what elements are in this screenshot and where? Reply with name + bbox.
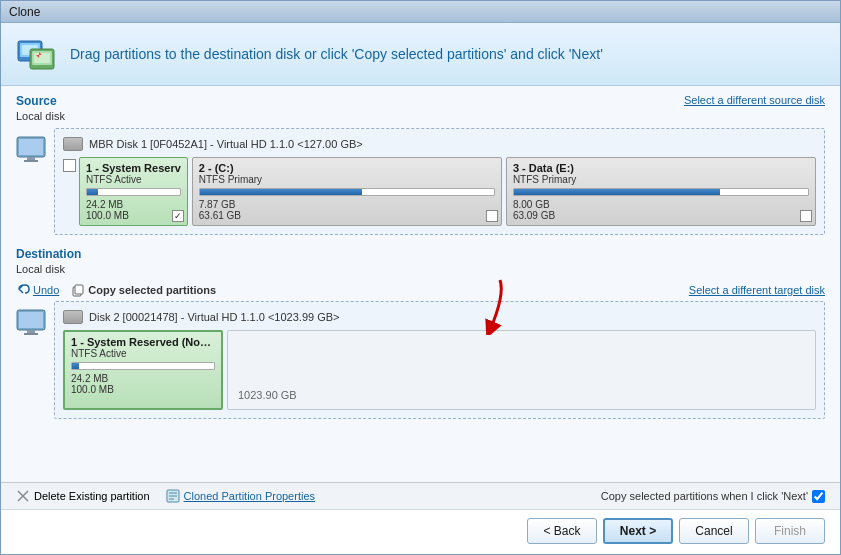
partition2-title: 2 - (C:) bbox=[199, 162, 495, 174]
partition2-bar bbox=[200, 189, 362, 195]
copy-btn-container: Copy selected partitions bbox=[71, 283, 216, 297]
footer-right: Copy selected partitions when I click 'N… bbox=[601, 490, 825, 503]
next-button[interactable]: Next > bbox=[603, 518, 673, 544]
dest-toolbar-row: Undo Copy selected partitions Select a d… bbox=[16, 283, 825, 297]
partition1-check[interactable] bbox=[172, 210, 184, 222]
copy-on-next-label: Copy selected partitions when I click 'N… bbox=[601, 490, 808, 502]
dest-disk-drive-icon bbox=[63, 310, 83, 324]
source-section: Source Local disk Select a different sou… bbox=[16, 94, 825, 243]
dest-empty-label: 1023.90 GB bbox=[238, 389, 297, 401]
svg-rect-15 bbox=[27, 330, 35, 333]
source-disk-container: MBR Disk 1 [0F0452A1] - Virtual HD 1.1.0… bbox=[54, 128, 825, 235]
dest-partition1-bar-container bbox=[71, 362, 215, 370]
dest-partition1-sizes: 24.2 MB 100.0 MB bbox=[71, 373, 215, 395]
title-bar: Clone bbox=[1, 1, 840, 23]
source-sublabel: Local disk bbox=[16, 110, 65, 122]
header-text: Drag partitions to the destination disk … bbox=[70, 46, 603, 62]
svg-rect-14 bbox=[19, 312, 43, 328]
properties-icon bbox=[166, 489, 180, 503]
select-dest-link[interactable]: Select a different target disk bbox=[689, 284, 825, 296]
finish-button[interactable]: Finish bbox=[755, 518, 825, 544]
partition1-wrapper: 1 - System Reserv NTFS Active 24.2 MB 10… bbox=[63, 157, 188, 226]
svg-rect-12 bbox=[75, 285, 83, 294]
partition-card-2[interactable]: 2 - (C:) NTFS Primary 7.87 GB 63.61 GB bbox=[192, 157, 502, 226]
disk-drive-icon bbox=[63, 137, 83, 151]
dest-partition1-title: 1 - System Reserved (None) bbox=[71, 336, 215, 348]
dest-sublabel: Local disk bbox=[16, 263, 81, 275]
main-content: Source Local disk Select a different sou… bbox=[1, 86, 840, 482]
cancel-button[interactable]: Cancel bbox=[679, 518, 749, 544]
partition1-checkbox[interactable] bbox=[63, 159, 76, 172]
source-partitions-row: 1 - System Reserv NTFS Active 24.2 MB 10… bbox=[63, 157, 816, 226]
partition3-bar-container bbox=[513, 188, 809, 196]
destination-section: Destination Local disk Undo bbox=[16, 247, 825, 427]
copy-on-next-checkbox[interactable] bbox=[812, 490, 825, 503]
dest-partition-card-1[interactable]: 1 - System Reserved (None) NTFS Active 2… bbox=[63, 330, 223, 410]
partition1-sizes: 24.2 MB 100.0 MB bbox=[86, 199, 181, 221]
source-disk-row: MBR Disk 1 [0F0452A1] - Virtual HD 1.1.0… bbox=[16, 128, 825, 243]
main-window: Clone Drag partitions to the destination… bbox=[0, 0, 841, 555]
dest-disk-row: Disk 2 [00021478] - Virtual HD 1.1.0 <10… bbox=[16, 301, 825, 427]
svg-rect-10 bbox=[24, 160, 38, 162]
partition1-type: NTFS Active bbox=[86, 174, 181, 185]
dest-label: Destination bbox=[16, 247, 81, 261]
partition3-bar bbox=[514, 189, 720, 195]
partition1-title: 1 - System Reserv bbox=[86, 162, 181, 174]
dest-toolbar-left: Undo Copy selected partitions bbox=[16, 283, 216, 297]
partition3-type: NTFS Primary bbox=[513, 174, 809, 185]
dest-monitor-icon bbox=[16, 301, 46, 337]
dest-empty-space[interactable]: 1023.90 GB bbox=[227, 330, 816, 410]
svg-rect-9 bbox=[27, 157, 35, 160]
dest-disk-container: Disk 2 [00021478] - Virtual HD 1.1.0 <10… bbox=[54, 301, 825, 419]
partition2-sizes: 7.87 GB 63.61 GB bbox=[199, 199, 495, 221]
back-button[interactable]: < Back bbox=[527, 518, 597, 544]
undo-button[interactable]: Undo bbox=[16, 283, 59, 297]
select-source-link[interactable]: Select a different source disk bbox=[684, 94, 825, 106]
partition-card-1[interactable]: 1 - System Reserv NTFS Active 24.2 MB 10… bbox=[79, 157, 188, 226]
copy-icon bbox=[71, 283, 85, 297]
dest-disk-wrapper: Disk 2 [00021478] - Virtual HD 1.1.0 <10… bbox=[54, 301, 825, 427]
partition2-check[interactable] bbox=[486, 210, 498, 222]
partition1-bar bbox=[87, 189, 98, 195]
svg-rect-16 bbox=[24, 333, 38, 335]
undo-icon bbox=[16, 283, 30, 297]
dest-partitions-row: 1 - System Reserved (None) NTFS Active 2… bbox=[63, 330, 816, 410]
delete-icon bbox=[16, 489, 30, 503]
source-label: Source bbox=[16, 94, 65, 108]
svg-rect-8 bbox=[19, 139, 43, 155]
copy-selected-label: Copy selected partitions bbox=[88, 284, 216, 296]
cloned-properties-label[interactable]: Cloned Partition Properties bbox=[184, 490, 315, 502]
header-section: Drag partitions to the destination disk … bbox=[1, 23, 840, 86]
footer-checkboxes: Delete Existing partition Cloned Partiti… bbox=[16, 489, 825, 503]
button-row: < Back Next > Cancel Finish bbox=[1, 509, 840, 554]
window-title: Clone bbox=[9, 5, 40, 19]
source-disk-header: MBR Disk 1 [0F0452A1] - Virtual HD 1.1.0… bbox=[63, 137, 816, 151]
footer-left: Delete Existing partition Cloned Partiti… bbox=[16, 489, 315, 503]
partition3-sizes: 8.00 GB 63.09 GB bbox=[513, 199, 809, 221]
empty-label-container: 1023.90 GB bbox=[234, 335, 809, 405]
partition2-type: NTFS Primary bbox=[199, 174, 495, 185]
dest-disk-header: Disk 2 [00021478] - Virtual HD 1.1.0 <10… bbox=[63, 310, 816, 324]
dest-toolbar: Destination Local disk bbox=[16, 247, 825, 279]
source-monitor-icon bbox=[16, 128, 46, 164]
footer-area: Delete Existing partition Cloned Partiti… bbox=[1, 482, 840, 509]
delete-partition-item: Delete Existing partition bbox=[16, 489, 150, 503]
source-disk-wrapper: MBR Disk 1 [0F0452A1] - Virtual HD 1.1.0… bbox=[54, 128, 825, 243]
partition2-bar-container bbox=[199, 188, 495, 196]
svg-rect-5 bbox=[34, 53, 50, 63]
delete-partition-label: Delete Existing partition bbox=[34, 490, 150, 502]
clone-icon bbox=[16, 33, 58, 75]
cloned-properties-item: Cloned Partition Properties bbox=[166, 489, 315, 503]
partition1-bar-container bbox=[86, 188, 181, 196]
dest-partition1-bar bbox=[72, 363, 79, 369]
dest-partition1-type: NTFS Active bbox=[71, 348, 215, 359]
partition-card-3[interactable]: 3 - Data (E:) NTFS Primary 8.00 GB 63.09… bbox=[506, 157, 816, 226]
partition3-title: 3 - Data (E:) bbox=[513, 162, 809, 174]
partition3-check[interactable] bbox=[800, 210, 812, 222]
